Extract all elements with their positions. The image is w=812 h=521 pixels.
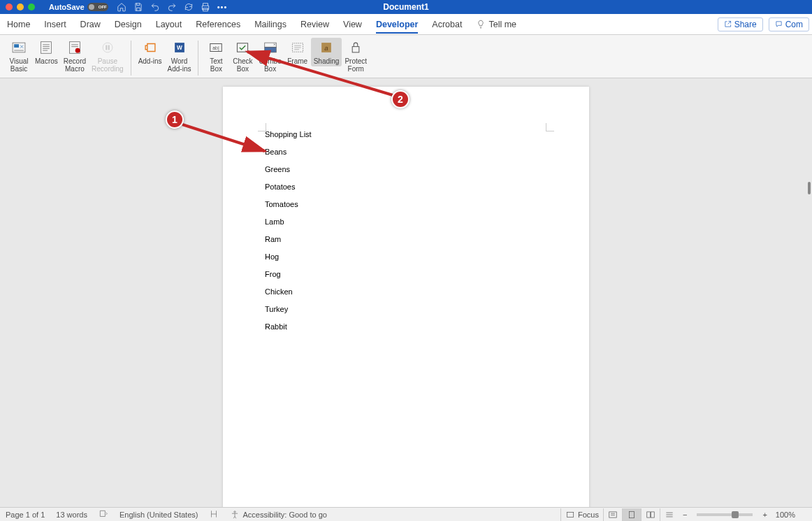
pause-recording-button: PauseRecording [89,38,126,74]
svg-text:a: a [324,44,328,52]
doc-line[interactable]: Turkey [265,301,312,318]
svg-rect-12 [238,43,248,52]
doc-line[interactable]: Potatoes [265,178,312,196]
svg-rect-6 [106,45,107,50]
svg-text:W: W [177,45,182,51]
read-mode-button[interactable] [603,508,622,521]
frame-button[interactable]: Frame [284,38,311,66]
share-button[interactable]: Share [718,17,763,31]
svg-text:ab|: ab| [213,45,220,51]
comments-button[interactable]: Com [769,17,809,31]
text-box-button[interactable]: ab| TextBox [203,38,229,74]
pause-recording-icon [98,39,117,56]
home-icon[interactable] [117,2,126,12]
tab-references[interactable]: References [196,15,240,34]
status-accessibility[interactable]: Accessibility: Good to go [230,510,326,520]
doc-line[interactable]: Rabbit [265,318,312,336]
document-canvas[interactable]: Shopping List Beans Greens Potatoes Toma… [0,78,812,507]
save-icon[interactable] [133,2,143,12]
status-language[interactable]: English (United States) [119,511,198,519]
svg-point-4 [75,48,80,53]
undo-icon[interactable] [150,2,160,12]
comments-label: Com [785,20,803,29]
track-changes-icon[interactable] [209,509,219,520]
tab-insert[interactable]: Insert [44,15,66,34]
status-page[interactable]: Page 1 of 1 [6,511,45,519]
svg-rect-18 [352,47,359,52]
lightbulb-icon [476,20,486,29]
doc-line[interactable]: Lamb [265,213,312,231]
zoom-in-button[interactable]: + [758,508,771,521]
outline-view-button[interactable] [660,508,679,521]
focus-mode-button[interactable]: Focus [560,508,603,521]
svg-rect-14 [264,47,276,52]
doc-line[interactable]: Beans [265,143,312,161]
svg-rect-26 [651,511,655,517]
tab-view[interactable]: View [343,15,362,34]
doc-line[interactable]: Greens [265,161,312,178]
tab-review[interactable]: Review [300,15,329,34]
check-box-icon [233,39,252,56]
record-macro-button[interactable]: RecordMacro [61,38,89,74]
fullscreen-window-icon[interactable] [28,3,35,10]
vertical-scrollbar[interactable] [809,78,812,507]
addins-button[interactable]: Add-ins [136,38,165,66]
print-layout-button[interactable] [622,508,641,521]
tab-mailings[interactable]: Mailings [254,15,287,34]
visual-basic-label: VisualBasic [9,57,28,73]
minimize-window-icon[interactable] [17,3,24,10]
svg-rect-23 [609,511,617,517]
autosave-toggle[interactable]: AutoSave OFF [49,3,108,11]
visual-basic-button[interactable]: VisualBasic [6,38,32,74]
svg-point-5 [103,43,113,52]
status-words[interactable]: 13 words [56,511,87,519]
doc-line[interactable]: Hog [265,248,312,266]
doc-line[interactable]: Tomatoes [265,196,312,213]
record-macro-label: RecordMacro [64,57,86,73]
print-icon[interactable] [201,2,210,12]
scrollbar-thumb[interactable] [808,182,811,194]
svg-point-21 [234,511,235,512]
protect-form-button[interactable]: ProtectForm [342,38,370,74]
doc-line[interactable]: Frog [265,266,312,283]
macros-button[interactable]: Macros [32,38,61,66]
shading-button[interactable]: a Shading [311,38,342,66]
addins-label: Add-ins [138,57,162,65]
combo-box-button[interactable]: ComboBox [256,38,284,74]
autosave-label: AutoSave [49,3,85,11]
tab-draw[interactable]: Draw [80,15,101,34]
spellcheck-icon[interactable] [99,509,108,520]
protect-form-icon [346,39,365,56]
doc-line[interactable]: Chicken [265,283,312,301]
tab-developer[interactable]: Developer [376,15,418,34]
status-bar: Page 1 of 1 13 words English (United Sta… [0,507,812,521]
quick-access-toolbar: ••• [117,2,228,12]
svg-rect-22 [567,512,573,517]
more-actions-icon[interactable]: ••• [217,3,228,11]
document-body[interactable]: Shopping List Beans Greens Potatoes Toma… [265,126,312,336]
close-window-icon[interactable] [6,3,13,10]
tab-home[interactable]: Home [7,15,30,34]
tell-me-search[interactable]: Tell me [476,15,516,34]
web-layout-button[interactable] [641,508,660,521]
word-addins-button[interactable]: W WordAdd-ins [165,38,194,74]
autosave-state: OFF [99,5,107,9]
document-title: Document1 [383,2,428,12]
svg-rect-25 [647,511,651,517]
zoom-slider[interactable] [697,513,753,516]
redo-icon[interactable] [167,2,177,12]
sync-icon[interactable] [184,2,194,12]
tab-acrobat[interactable]: Acrobat [432,15,462,34]
tab-design[interactable]: Design [115,15,142,34]
annotation-callout-1: 1 [166,110,184,129]
svg-rect-13 [264,43,276,47]
tab-layout[interactable]: Layout [156,15,182,34]
page-1[interactable]: Shopping List Beans Greens Potatoes Toma… [223,87,589,507]
zoom-out-button[interactable]: − [679,508,691,521]
titlebar: AutoSave OFF ••• Document1 [0,0,812,14]
check-box-button[interactable]: CheckBox [229,38,256,74]
doc-line[interactable]: Ram [265,231,312,248]
margin-corner-tr [546,123,554,131]
doc-title-line[interactable]: Shopping List [265,126,312,143]
zoom-percent[interactable]: 100% [776,511,795,519]
